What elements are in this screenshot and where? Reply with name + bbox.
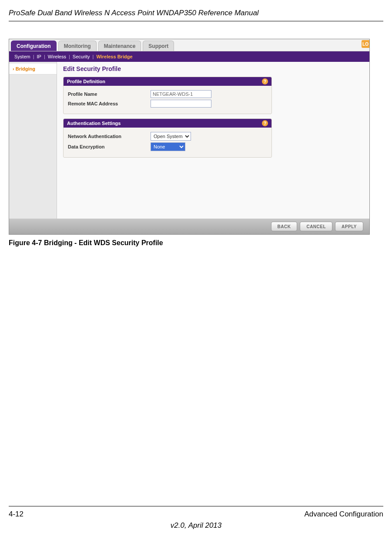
panel-title: Edit Security Profile [63, 65, 363, 72]
label-remote-mac: Remote MAC Address [68, 101, 151, 106]
footer-bar: BACK CANCEL APPLY [9, 219, 369, 234]
section-title: Profile Definition [67, 79, 105, 84]
tab-support[interactable]: Support [143, 40, 174, 51]
section-head-profile-definition: Profile Definition ? [64, 77, 271, 86]
separator: | [68, 54, 71, 59]
label-network-auth: Network Authentication [68, 134, 151, 139]
row-data-encryption: Data Encryption None [68, 142, 267, 151]
logout-badge[interactable]: LO [362, 40, 369, 48]
figure-caption: Figure 4-7 Bridging - Edit WDS Security … [9, 239, 383, 247]
subnav-ip[interactable]: IP [35, 54, 43, 59]
tab-monitoring[interactable]: Monitoring [58, 40, 97, 51]
subnav-wireless[interactable]: Wireless [46, 54, 68, 59]
separator: | [32, 54, 35, 59]
section-head-auth: Authentication Settings ? [64, 119, 271, 128]
label-data-encryption: Data Encryption [68, 144, 151, 149]
section-title: Authentication Settings [67, 121, 121, 126]
help-icon[interactable]: ? [262, 120, 268, 126]
tab-maintenance[interactable]: Maintenance [98, 40, 141, 51]
section-body: Profile Name Remote MAC Address [64, 86, 271, 114]
help-icon[interactable]: ? [262, 78, 268, 84]
doc-title: ProSafe Dual Band Wireless N Access Poin… [9, 9, 383, 21]
content-row: › Bridging Edit Security Profile Profile… [9, 62, 369, 219]
main-tabs-row: Configuration Monitoring Maintenance Sup… [9, 39, 369, 51]
section-profile-definition: Profile Definition ? Profile Name Remote… [63, 77, 272, 114]
row-remote-mac: Remote MAC Address [68, 100, 267, 108]
tab-configuration[interactable]: Configuration [11, 40, 57, 51]
input-remote-mac[interactable] [151, 100, 211, 108]
footer-row-1: 4-12 Advanced Configuration [9, 510, 383, 519]
subnav-wireless-bridge[interactable]: Wireless Bridge [94, 54, 134, 59]
label-profile-name: Profile Name [68, 91, 151, 97]
page-number: 4-12 [9, 510, 23, 519]
row-profile-name: Profile Name [68, 90, 267, 98]
back-button[interactable]: BACK [271, 222, 298, 231]
select-network-auth[interactable]: Open System [151, 132, 191, 141]
main-area: Edit Security Profile Profile Definition… [57, 62, 369, 219]
select-data-encryption[interactable]: None [151, 142, 185, 151]
page-footer: 4-12 Advanced Configuration v2.0, April … [9, 506, 383, 530]
sidebar: › Bridging [9, 62, 57, 219]
section-body: Network Authentication Open System Data … [64, 128, 271, 157]
input-profile-name[interactable] [151, 90, 211, 98]
section-name: Advanced Configuration [305, 510, 383, 519]
section-authentication-settings: Authentication Settings ? Network Authen… [63, 118, 272, 158]
separator: | [92, 54, 95, 59]
version-line: v2.0, April 2013 [9, 521, 383, 530]
sub-nav: System| IP| Wireless| Security| Wireless… [9, 51, 369, 62]
apply-button[interactable]: APPLY [335, 222, 363, 231]
row-network-auth: Network Authentication Open System [68, 132, 267, 141]
separator: | [43, 54, 46, 59]
subnav-security[interactable]: Security [71, 54, 92, 59]
sidebar-item-bridging[interactable]: › Bridging [9, 64, 57, 74]
cancel-button[interactable]: CANCEL [300, 222, 332, 231]
subnav-system[interactable]: System [13, 54, 32, 59]
screenshot-frame: Configuration Monitoring Maintenance Sup… [9, 39, 370, 235]
